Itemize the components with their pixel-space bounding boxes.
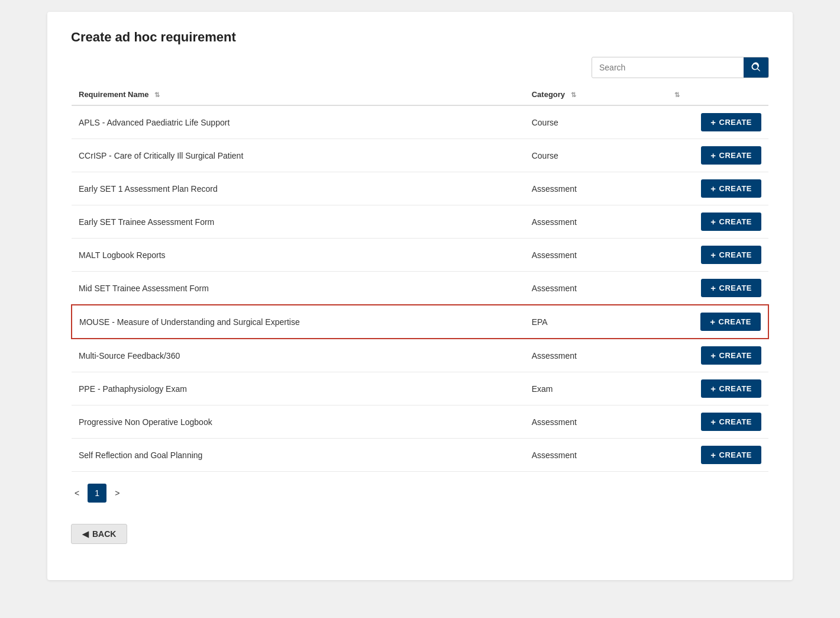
plus-icon: + [710,450,716,459]
create-label: CREATE [719,151,752,160]
plus-icon: + [710,384,716,393]
pagination-prev-button[interactable]: < [71,486,83,500]
table-header-row: Requirement Name ⇅ Category ⇅ ⇅ [72,84,768,105]
create-label: CREATE [719,284,752,292]
table-row: MOUSE - Measure of Understanding and Sur… [72,305,768,339]
table-body: APLS - Advanced Paediatric Life SupportC… [72,105,768,472]
requirement-category-cell: Assessment [525,172,664,205]
create-label: CREATE [719,250,752,259]
page-title: Create ad hoc requirement [71,30,769,45]
requirement-category-cell: Assessment [525,439,664,472]
requirement-action-cell: +CREATE [664,339,768,372]
create-label: CREATE [719,184,752,193]
requirements-table: Requirement Name ⇅ Category ⇅ ⇅ APLS - A… [71,84,769,472]
pagination-page-1-button[interactable]: 1 [88,484,106,503]
table-row: PPE - Pathaphysiology ExamExam+CREATE [72,372,768,405]
sort-icon-category[interactable]: ⇅ [571,91,576,99]
requirement-name-cell: MOUSE - Measure of Understanding and Sur… [72,305,525,339]
requirement-category-cell: Exam [525,372,664,405]
create-label: CREATE [719,384,752,393]
requirement-action-cell: +CREATE [664,205,768,239]
create-button[interactable]: +CREATE [701,413,761,431]
create-button[interactable]: +CREATE [701,213,761,231]
page-container: Create ad hoc requirement Requirement Na… [47,12,793,580]
requirement-category-cell: Assessment [525,405,664,439]
requirement-name-cell: MALT Logbook Reports [72,239,525,272]
search-wrapper [592,57,769,78]
requirement-action-cell: +CREATE [664,439,768,472]
back-button[interactable]: ◀ BACK [71,524,127,544]
requirement-action-cell: +CREATE [664,372,768,405]
create-button[interactable]: +CREATE [701,346,761,365]
plus-icon: + [710,217,716,226]
search-bar-row [71,57,769,78]
back-arrow-icon: ◀ [82,529,89,539]
create-button[interactable]: +CREATE [701,279,761,297]
plus-icon: + [710,317,715,326]
requirement-category-cell: EPA [525,305,664,339]
sort-icon-action[interactable]: ⇅ [674,91,680,99]
col-header-action: ⇅ [664,84,768,105]
table-row: Progressive Non Operative LogbookAssessm… [72,405,768,439]
create-button[interactable]: +CREATE [701,113,761,131]
create-button[interactable]: +CREATE [701,179,761,198]
requirement-category-cell: Assessment [525,239,664,272]
search-icon [751,62,761,73]
requirement-name-cell: Early SET Trainee Assessment Form [72,205,525,239]
create-label: CREATE [719,417,752,426]
create-button[interactable]: +CREATE [700,313,761,331]
requirement-action-cell: +CREATE [664,139,768,172]
plus-icon: + [710,284,716,292]
create-label: CREATE [719,450,752,459]
requirement-category-cell: Course [525,105,664,139]
requirement-action-cell: +CREATE [664,405,768,439]
requirement-category-cell: Course [525,139,664,172]
pagination-row: < 1 > [71,484,769,503]
plus-icon: + [710,417,716,426]
table-row: Multi-Source Feedback/360Assessment+CREA… [72,339,768,372]
plus-icon: + [710,118,716,127]
plus-icon: + [710,351,716,360]
requirement-action-cell: +CREATE [664,172,768,205]
requirement-name-cell: Multi-Source Feedback/360 [72,339,525,372]
requirement-name-cell: Early SET 1 Assessment Plan Record [72,172,525,205]
col-header-name: Requirement Name ⇅ [72,84,525,105]
table-row: CCrISP - Care of Critically Ill Surgical… [72,139,768,172]
requirement-category-cell: Assessment [525,339,664,372]
table-row: MALT Logbook ReportsAssessment+CREATE [72,239,768,272]
table-row: Early SET 1 Assessment Plan RecordAssess… [72,172,768,205]
create-button[interactable]: +CREATE [701,246,761,264]
requirement-action-cell: +CREATE [664,272,768,305]
table-row: Self Reflection and Goal PlanningAssessm… [72,439,768,472]
create-button[interactable]: +CREATE [701,446,761,464]
table-row: Early SET Trainee Assessment FormAssessm… [72,205,768,239]
requirement-name-cell: Mid SET Trainee Assessment Form [72,272,525,305]
requirement-name-cell: PPE - Pathaphysiology Exam [72,372,525,405]
create-button[interactable]: +CREATE [701,146,761,165]
create-label: CREATE [719,217,752,226]
sort-icon-name[interactable]: ⇅ [154,91,160,99]
requirement-name-cell: Progressive Non Operative Logbook [72,405,525,439]
create-button[interactable]: +CREATE [701,379,761,398]
requirement-action-cell: +CREATE [664,305,768,339]
create-label: CREATE [719,317,751,326]
create-label: CREATE [719,351,752,360]
plus-icon: + [710,250,716,259]
create-label: CREATE [719,118,752,127]
requirement-name-cell: APLS - Advanced Paediatric Life Support [72,105,525,139]
requirement-action-cell: +CREATE [664,239,768,272]
requirement-category-cell: Assessment [525,205,664,239]
requirement-category-cell: Assessment [525,272,664,305]
requirement-name-cell: Self Reflection and Goal Planning [72,439,525,472]
pagination-next-button[interactable]: > [111,486,123,500]
requirement-action-cell: +CREATE [664,105,768,139]
table-row: Mid SET Trainee Assessment FormAssessmen… [72,272,768,305]
table-row: APLS - Advanced Paediatric Life SupportC… [72,105,768,139]
plus-icon: + [710,151,716,160]
search-button[interactable] [744,57,768,78]
requirement-name-cell: CCrISP - Care of Critically Ill Surgical… [72,139,525,172]
search-input[interactable] [592,58,744,77]
col-header-category: Category ⇅ [525,84,664,105]
plus-icon: + [710,184,716,193]
